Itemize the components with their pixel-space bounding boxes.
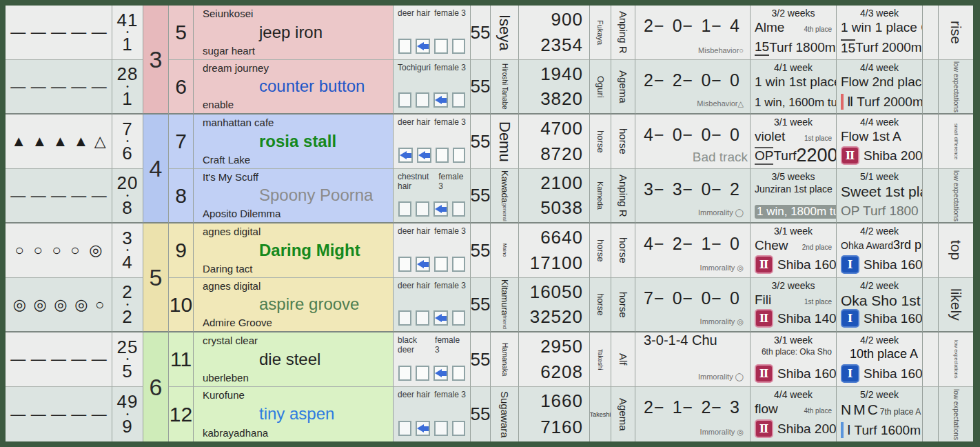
marks-cell[interactable]: ▲▲▲▲△ [6, 115, 112, 169]
race-result-line: Alme4th place [755, 20, 832, 36]
checkbox[interactable] [416, 366, 429, 381]
checkbox[interactable] [398, 421, 411, 436]
spacer-cell [923, 115, 939, 169]
marks-cell[interactable]: ————— [6, 169, 112, 223]
marks-cell[interactable]: ————— [6, 6, 112, 60]
race-course-line: 1 win, 1800m turf [755, 205, 832, 219]
checkbox[interactable] [416, 39, 430, 54]
record-part: 0− [673, 16, 694, 36]
checkbox[interactable] [452, 39, 465, 54]
horse-number-cell: 7 [169, 115, 194, 169]
horse-number-cell: 6 [169, 60, 194, 115]
prize-cell: 9002354 [519, 6, 590, 60]
race-main-text: Ohka Award [841, 240, 893, 251]
record-line: 3-0-1-4 Chu [635, 332, 717, 348]
checkbox[interactable] [452, 201, 465, 217]
checkbox[interactable] [398, 257, 411, 272]
checkbox[interactable] [453, 148, 466, 163]
bet-mark-symbol: — [92, 23, 107, 41]
trainer-cell: Takeshi [590, 387, 611, 441]
checkbox[interactable] [416, 310, 429, 326]
comment-text: rise [948, 21, 964, 44]
checkbox[interactable] [433, 366, 448, 381]
checkbox-row [398, 92, 466, 110]
course-text: Ⅱ Turf 2000m [847, 94, 923, 110]
dam-name: Daring tact [194, 263, 390, 275]
record-part: 0− [701, 288, 722, 308]
horse-number-cell: 10 [169, 278, 194, 332]
weight-value: 55 [471, 185, 490, 206]
prize-top: 900 [551, 9, 583, 30]
race-result-line: NMC7th place A [841, 401, 918, 418]
horse-name-cell: agnes digitalDaring MightDaring tact [194, 223, 394, 278]
checkbox[interactable] [452, 366, 465, 381]
jockey-name: Kawadageneral [498, 170, 511, 221]
checkbox[interactable] [416, 257, 430, 272]
prize-top: 4700 [540, 118, 583, 139]
race-place-text: 1st place [804, 298, 832, 306]
record-note: Misbehavior△ [697, 99, 744, 108]
checkbox[interactable] [416, 421, 430, 436]
checkbox[interactable] [433, 201, 448, 217]
race-card-grid: —————41•135Seiunkoseijeep ironsugar hear… [6, 6, 973, 441]
prize-bottom: 7160 [540, 417, 583, 438]
bet-mark-symbol: — [51, 78, 66, 96]
horse-number: 8 [175, 184, 187, 208]
trainer-name: Fukaya [596, 20, 604, 45]
record-part: 0− [701, 125, 722, 145]
race-course-line: ⅠShiba 1600 [841, 255, 918, 274]
checkbox[interactable] [398, 92, 411, 108]
jockey-cell: Kawadageneral [491, 169, 519, 223]
checkbox[interactable] [434, 421, 447, 436]
record-cell: 7−0−0−0Immorality ◎ [635, 278, 751, 332]
race-week-header: 3/1 week [755, 335, 832, 346]
checkbox[interactable] [398, 39, 411, 54]
checkbox[interactable] [398, 310, 411, 326]
checkbox[interactable] [434, 39, 447, 54]
record-line: 7−0−0−0 [635, 278, 750, 308]
marks-cell[interactable]: ○○○○◎ [6, 223, 112, 278]
checkbox[interactable] [398, 201, 411, 217]
checkbox[interactable] [434, 257, 447, 272]
marks-cell[interactable]: ————— [6, 332, 112, 387]
checkbox[interactable] [433, 310, 448, 326]
checkbox[interactable] [436, 148, 449, 163]
odds-cell: 41•1 [112, 6, 143, 60]
race-course-line: ⅡShiba 2000 [841, 146, 918, 165]
odds: 25•5 [112, 332, 143, 386]
checkbox[interactable] [433, 92, 448, 108]
coat-sex-row: Tochigurifemale 3 [398, 63, 466, 72]
comment-text: likely [948, 288, 964, 321]
marks-cell[interactable]: ◎◎◎◎○ [6, 278, 112, 332]
marks-cell[interactable]: ————— [6, 387, 112, 441]
checkbox[interactable] [398, 366, 411, 381]
owner-name: horse [617, 128, 629, 155]
bet-mark-symbol: — [51, 187, 66, 205]
checkbox[interactable] [452, 92, 465, 108]
horse-number: 5 [175, 21, 187, 44]
race-week-header: 3/1 week [755, 117, 832, 128]
odds-top: 7 [122, 120, 132, 139]
checkbox[interactable] [416, 92, 429, 108]
checkbox[interactable] [452, 310, 465, 326]
sire-name: dream journey [194, 62, 390, 74]
bet-mark-symbol: — [10, 23, 25, 41]
sire-name: manhattan cafe [194, 117, 390, 128]
bet-marks: ▲▲▲▲△ [6, 115, 112, 168]
race-place-text: 4th place [804, 26, 832, 33]
course-text: Shiba 1400 [777, 311, 837, 326]
jockey-name: Iseya [496, 14, 513, 51]
record-part: 0− [673, 288, 694, 308]
jockey-name-text: Maino [502, 244, 507, 257]
checkbox[interactable] [416, 201, 429, 217]
record-part: 7− [644, 288, 665, 308]
marks-cell[interactable]: ————— [6, 60, 112, 115]
race-course-line: Ⅰ Turf 1600m [841, 422, 918, 438]
jockey-sub-text: general [502, 203, 508, 221]
race-prev2-cell: 4/2 weekOka Sho 1st place BⅠShiba 1600 [837, 278, 923, 332]
checkbox[interactable] [417, 148, 431, 163]
checkbox[interactable] [452, 421, 465, 436]
checkbox[interactable] [452, 257, 465, 272]
checkbox[interactable] [398, 148, 413, 163]
owner-name: Agema [617, 70, 629, 103]
